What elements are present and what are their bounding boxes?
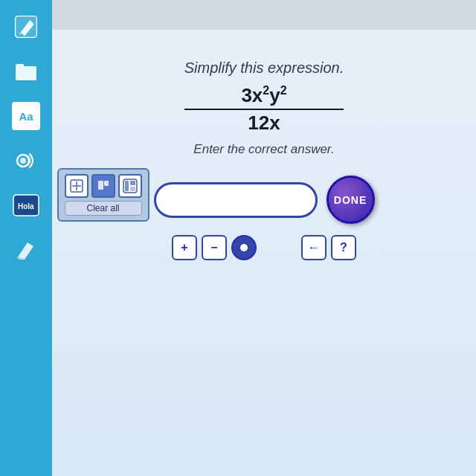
clear-all-button[interactable]: Clear all — [65, 201, 142, 216]
main-content: Simplify this expression. 3x2y2 12x Ente… — [52, 0, 476, 476]
fraction-display: 3x2y2 12x — [184, 84, 344, 135]
sidebar-item-folder[interactable] — [7, 52, 45, 91]
toolbar-buttons-row — [65, 174, 142, 198]
problem-instruction: Simplify this expression. — [184, 60, 344, 77]
folder-icon — [13, 58, 39, 85]
controls-row: + − ← ? — [172, 228, 356, 260]
sidebar-item-edit[interactable] — [7, 7, 45, 46]
sidebar-item-eraser[interactable] — [7, 231, 45, 269]
svg-text:Hola: Hola — [18, 202, 34, 210]
help-button[interactable]: ? — [331, 235, 356, 260]
toolbar-fraction-btn[interactable] — [65, 174, 89, 198]
back-button[interactable]: ← — [301, 235, 327, 260]
nav-controls-right: ← ? — [301, 235, 356, 260]
minus-button[interactable]: − — [202, 235, 227, 260]
sidebar-item-dictionary[interactable]: Aa — [7, 97, 45, 135]
toolbar-popup: Clear all — [57, 168, 149, 222]
fraction-bar — [184, 109, 344, 110]
done-button[interactable]: DONE — [327, 176, 375, 224]
toolbar-exponent-btn[interactable] — [91, 174, 115, 198]
input-row: Clear all DONE — [154, 176, 375, 224]
circle-button[interactable] — [231, 235, 257, 260]
svg-rect-13 — [125, 181, 129, 191]
svg-rect-14 — [130, 181, 135, 185]
svg-rect-11 — [104, 181, 109, 186]
sidebar-item-audio[interactable] — [7, 141, 45, 180]
enter-answer-prompt: Enter the correct answer. — [184, 142, 344, 157]
plus-button[interactable]: + — [172, 235, 197, 260]
fraction-denominator: 12x — [248, 112, 280, 135]
eraser-icon — [13, 237, 39, 263]
hola-icon: Hola — [12, 191, 40, 219]
fraction-numerator: 3x2y2 — [241, 84, 286, 107]
dictionary-icon: Aa — [12, 102, 40, 130]
problem-area: Simplify this expression. 3x2y2 12x Ente… — [184, 60, 344, 172]
edit-icon — [13, 13, 39, 40]
svg-point-16 — [240, 244, 248, 251]
sidebar: Aa Hola — [0, 0, 52, 476]
svg-point-2 — [20, 158, 26, 164]
toolbar-layout-btn[interactable] — [118, 174, 142, 198]
audio-icon — [13, 147, 39, 174]
math-controls-left: + − — [172, 235, 257, 260]
top-bar — [52, 0, 476, 30]
svg-rect-10 — [98, 181, 103, 190]
svg-rect-15 — [130, 187, 135, 191]
sidebar-item-hola[interactable]: Hola — [7, 186, 45, 225]
answer-input-box[interactable] — [154, 182, 318, 218]
